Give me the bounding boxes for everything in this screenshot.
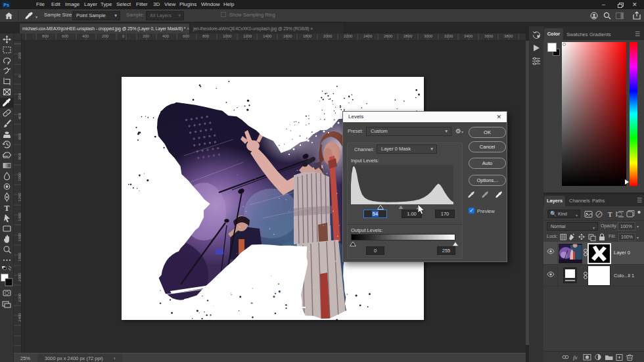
svg-text:fx: fx bbox=[573, 354, 578, 361]
svg-text:T: T bbox=[4, 204, 10, 213]
svg-text:T: T bbox=[608, 211, 612, 218]
